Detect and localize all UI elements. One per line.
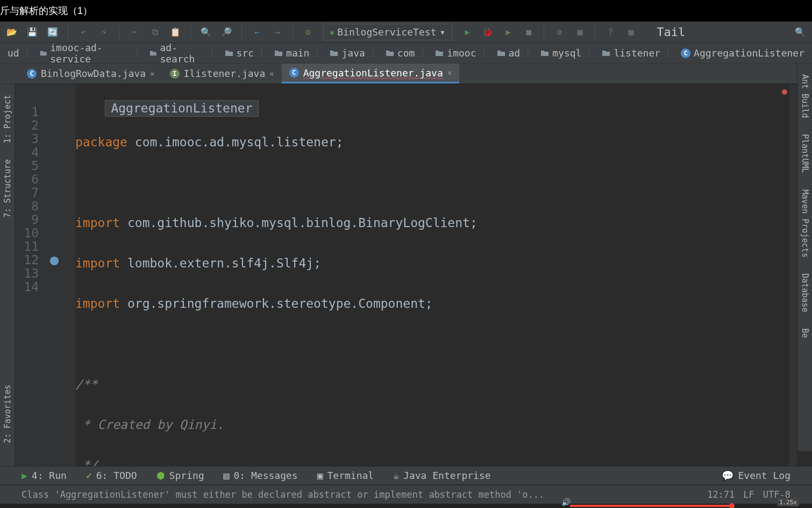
breadcrumbs: ud〉 imooc-ad-service〉 ad-search〉 src〉 ma… [0, 43, 812, 64]
breadcrumb-item[interactable]: ad-search [146, 42, 208, 65]
event-log-button[interactable]: 💬Event Log [722, 470, 790, 481]
forward-icon[interactable]: → [272, 27, 283, 38]
left-tool-rail: 1: Project 7: Structure 2: Favorites [0, 84, 15, 471]
bottom-tool-tabs: ▶4: Run ✓6: TODO ⬢Spring ▤0: Messages ▣T… [0, 466, 812, 484]
settings-icon[interactable]: ⚙ [554, 27, 565, 38]
chevron-right-icon: 〉 [420, 47, 430, 60]
folder-icon [386, 49, 394, 58]
error-indicator-icon[interactable] [782, 89, 787, 95]
project-tool-button[interactable]: 1: Project [3, 95, 12, 143]
caret-position[interactable]: 12:71 [707, 489, 735, 500]
editor-tab[interactable]: CBinlogRowData.java× [19, 64, 162, 83]
database-tool-button[interactable]: Database [800, 273, 810, 312]
test-icon: ◉ [330, 29, 334, 36]
breadcrumb-item[interactable]: listener [599, 47, 664, 59]
debug-icon[interactable]: 🐞 [482, 27, 493, 38]
spring-tool-button[interactable]: ⬢Spring [156, 470, 204, 481]
breadcrumb-item[interactable]: imooc [432, 47, 479, 59]
editor-tab-active[interactable]: CAggregationListener.java× [282, 64, 460, 83]
save-all-icon[interactable]: 💾 [27, 27, 38, 38]
editor-area: 1: Project 7: Structure 2: Favorites 1 2… [0, 84, 812, 471]
separator [595, 26, 595, 39]
folder-icon [435, 49, 444, 58]
terminal-icon: ▣ [317, 470, 323, 481]
video-progress-bar[interactable] [570, 505, 731, 507]
sync-icon[interactable]: 🔄 [47, 27, 58, 38]
breadcrumb-item[interactable]: java [326, 47, 368, 59]
search-everywhere-icon[interactable]: 🔍 [795, 27, 806, 38]
folder-icon [40, 49, 47, 58]
video-controls[interactable]: 🔊 1.25x [0, 504, 812, 508]
playback-speed[interactable]: 1.25x [777, 498, 799, 506]
build-icon[interactable]: ⚙ [303, 27, 314, 38]
code-line: import com.github.shyiko.mysql.binlog.Bi… [75, 216, 812, 230]
favorites-tool-button[interactable]: 2: Favorites [3, 385, 12, 443]
separator [119, 26, 119, 39]
find-icon[interactable]: 🔍 [201, 27, 211, 38]
breadcrumb-item[interactable]: ud [4, 47, 23, 59]
folder-icon [602, 49, 610, 58]
todo-tool-button[interactable]: ✓6: TODO [86, 470, 137, 481]
copy-icon[interactable]: ⧉ [149, 27, 160, 38]
ant-build-tool-button[interactable]: Ant Build [800, 74, 810, 118]
coverage-icon[interactable]: ▶ [503, 27, 514, 38]
run-config-label: BinlogServiceTest [337, 26, 436, 38]
structure-icon[interactable]: ▦ [574, 27, 585, 38]
help-icon[interactable]: ? [605, 27, 616, 38]
class-icon: C [681, 48, 690, 58]
tail-label: Tail [657, 25, 685, 39]
error-stripe[interactable] [789, 85, 797, 472]
java-ee-tool-button[interactable]: ☕Java Enterprise [393, 470, 490, 481]
messages-tool-button[interactable]: ▤0: Messages [224, 470, 298, 481]
code-line: package com.imooc.ad.mysql.listener; [75, 136, 812, 149]
stop-icon[interactable]: ■ [523, 27, 534, 38]
redo-icon[interactable]: ↷ [98, 27, 109, 38]
chevron-right-icon: 〉 [259, 47, 269, 60]
messages-icon: ▤ [224, 470, 230, 481]
breadcrumb-item[interactable]: CAggregationListener [678, 47, 808, 59]
paste-icon[interactable]: 📋 [170, 27, 181, 38]
chevron-right-icon: 〉 [525, 47, 535, 60]
back-icon[interactable]: ← [252, 27, 262, 38]
close-icon[interactable]: × [150, 69, 154, 78]
run-config-selector[interactable]: ◉ BinlogServiceTest ▾ [323, 24, 452, 40]
plugin-icon[interactable]: ▦ [625, 27, 636, 38]
breadcrumb-item[interactable]: imooc-ad-service [37, 42, 132, 65]
bean-tool-button[interactable]: Be [800, 328, 810, 338]
line-number: 11 [15, 240, 39, 253]
structure-tool-button[interactable]: 7: Structure [3, 159, 12, 217]
open-icon[interactable]: 📂 [6, 27, 17, 38]
replace-icon[interactable]: 🔎 [221, 27, 232, 38]
breadcrumb-item[interactable]: ad [494, 47, 524, 59]
terminal-tool-button[interactable]: ▣Terminal [317, 470, 374, 481]
undo-icon[interactable]: ↶ [78, 27, 89, 38]
close-icon[interactable]: × [269, 69, 274, 78]
line-separator[interactable]: LF [743, 489, 754, 500]
breadcrumb-item[interactable]: src [222, 47, 258, 59]
code-editor[interactable]: AggregationListener package com.imooc.ad… [75, 84, 812, 471]
run-icon[interactable]: ▶ [462, 27, 473, 38]
folder-icon [330, 49, 338, 58]
todo-icon: ✓ [86, 470, 92, 481]
close-icon[interactable]: × [447, 68, 452, 77]
run-tool-button[interactable]: ▶4: Run [22, 470, 67, 481]
breadcrumb-item[interactable]: com [382, 47, 418, 59]
folder-icon [225, 49, 233, 58]
cut-icon[interactable]: ✂ [129, 27, 140, 38]
chevron-right-icon: 〉 [25, 47, 34, 60]
breadcrumb-item[interactable]: mysql [537, 47, 585, 59]
code-line [75, 176, 812, 189]
line-number-gutter: 1 2 3 4 5 6 7 8 9 10 11 12 13 14 [15, 84, 45, 471]
implement-icon[interactable]: ⬤ [45, 253, 75, 267]
line-number: 5 [15, 159, 39, 173]
breadcrumb-item[interactable]: main [271, 47, 312, 59]
video-progress-handle[interactable] [729, 503, 735, 508]
chevron-right-icon: 〉 [210, 47, 219, 60]
dropdown-icon: ▾ [439, 26, 445, 38]
line-number: 13 [15, 267, 39, 280]
plantuml-tool-button[interactable]: PlantUML [800, 134, 810, 173]
volume-icon[interactable]: 🔊 [561, 498, 571, 506]
maven-tool-button[interactable]: Maven Projects [800, 189, 810, 257]
editor-tab[interactable]: IIlistener.java× [162, 64, 282, 83]
line-number: 8 [15, 200, 39, 213]
